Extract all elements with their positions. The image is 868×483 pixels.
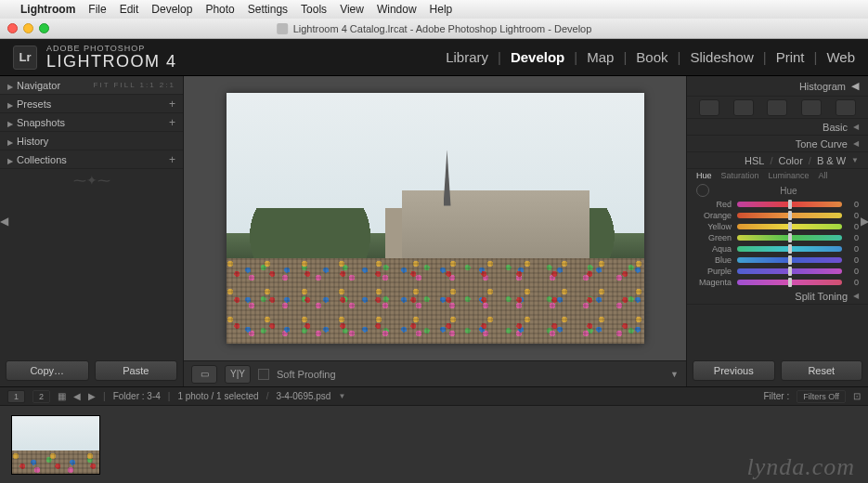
panel-navigator[interactable]: ▶Navigator FIT FILL 1:1 2:1 (0, 76, 183, 95)
panel-tone-curve[interactable]: Tone Curve◀ (687, 136, 868, 152)
menu-window[interactable]: Window (377, 3, 417, 16)
menu-photo[interactable]: Photo (205, 3, 234, 16)
loupe-view-button[interactable]: ▭ (191, 365, 217, 384)
slider-value: 0 (848, 244, 859, 254)
filmstrip-thumbnail[interactable] (11, 415, 100, 475)
left-panel-toggle[interactable]: ◀ (0, 214, 7, 228)
crop-tool[interactable] (699, 99, 719, 116)
hue-slider-blue[interactable]: Blue0 (687, 255, 868, 266)
hsl-tab-hue[interactable]: Hue (696, 171, 712, 180)
window-minimize-button[interactable] (23, 23, 33, 33)
reset-button[interactable]: Reset (781, 360, 863, 381)
slider-track[interactable] (737, 280, 842, 285)
window-close-button[interactable] (7, 23, 18, 33)
grid-icon[interactable]: ▦ (58, 391, 66, 401)
module-map[interactable]: Map (587, 49, 614, 65)
slider-track[interactable] (737, 246, 842, 252)
photo-preview[interactable] (227, 93, 644, 344)
toolbar-menu-icon[interactable]: ▼ (670, 370, 679, 379)
slider-thumb[interactable] (788, 244, 792, 254)
bw-label[interactable]: B & W (817, 155, 846, 166)
panel-navigator-label: Navigator (17, 80, 60, 91)
paste-button[interactable]: Paste (95, 360, 178, 381)
module-book[interactable]: Book (636, 49, 667, 65)
panel-histogram[interactable]: Histogram ◀ (687, 76, 868, 97)
snapshots-add-icon[interactable]: + (169, 116, 175, 129)
hue-slider-purple[interactable]: Purple0 (687, 266, 868, 277)
slider-label: Orange (696, 211, 732, 220)
graduated-filter-tool[interactable] (801, 99, 822, 116)
slider-thumb[interactable] (788, 233, 792, 242)
filter-lock-icon[interactable]: ⊡ (853, 391, 861, 401)
menu-edit[interactable]: Edit (120, 3, 139, 16)
module-web[interactable]: Web (826, 49, 855, 65)
hsl-label[interactable]: HSL (745, 155, 764, 166)
filter-dropdown[interactable]: Filters Off (797, 390, 846, 403)
photo-count: 1 photo / 1 selected (177, 391, 258, 401)
before-after-button[interactable]: Y|Y (225, 365, 251, 384)
spot-removal-tool[interactable] (733, 99, 754, 116)
menu-file[interactable]: File (88, 3, 106, 16)
navigator-zoom-settings[interactable]: FIT FILL 1:1 2:1 (94, 81, 175, 89)
menu-settings[interactable]: Settings (248, 3, 288, 16)
hsl-tab-saturation[interactable]: Saturation (721, 171, 759, 180)
menu-tools[interactable]: Tools (301, 3, 327, 16)
center-toolbar: ▭ Y|Y Soft Proofing ▼ (184, 360, 686, 386)
folder-path[interactable]: Folder : 3-4 (113, 391, 161, 401)
filmstrip[interactable] (0, 405, 868, 483)
slider-track[interactable] (737, 224, 842, 229)
slider-track[interactable] (737, 235, 842, 241)
menu-develop[interactable]: Develop (151, 3, 192, 16)
panel-hsl[interactable]: HSL / Color / B & W ▼ (687, 152, 868, 169)
nav-fwd-icon[interactable]: ▶ (88, 391, 96, 401)
hue-slider-magenta[interactable]: Magenta0 (687, 277, 868, 288)
copy-button[interactable]: Copy… (6, 360, 89, 381)
right-panel-toggle[interactable]: ▶ (861, 214, 868, 228)
slider-thumb[interactable] (788, 255, 792, 265)
panel-collections[interactable]: ▶Collections + (0, 150, 183, 169)
previous-button[interactable]: Previous (693, 360, 775, 381)
panel-basic[interactable]: Basic◀ (687, 119, 868, 136)
hue-slider-yellow[interactable]: Yellow0 (687, 221, 868, 232)
panel-split-toning[interactable]: Split Toning◀ (687, 288, 868, 305)
targeted-adjustment-tool[interactable] (696, 184, 709, 197)
module-print[interactable]: Print (776, 49, 805, 65)
module-develop[interactable]: Develop (511, 49, 564, 65)
hue-slider-orange[interactable]: Orange0 (687, 210, 868, 221)
collections-add-icon[interactable]: + (169, 153, 175, 166)
slider-thumb[interactable] (788, 267, 792, 276)
slider-thumb[interactable] (788, 211, 792, 220)
menu-help[interactable]: Help (430, 3, 453, 16)
window-zoom-button[interactable] (39, 23, 49, 33)
slider-track[interactable] (737, 268, 842, 274)
slider-track[interactable] (737, 213, 842, 218)
hsl-tab-luminance[interactable]: Luminance (769, 171, 810, 180)
nav-back-icon[interactable]: ◀ (73, 391, 81, 401)
panel-snapshots[interactable]: ▶Snapshots + (0, 113, 183, 132)
redeye-tool[interactable] (767, 99, 787, 116)
color-label[interactable]: Color (779, 155, 803, 166)
soft-proofing-checkbox[interactable] (258, 369, 269, 380)
slider-thumb[interactable] (788, 278, 792, 287)
presets-add-icon[interactable]: + (169, 98, 175, 111)
slider-thumb[interactable] (788, 200, 792, 209)
slider-track[interactable] (737, 257, 842, 263)
menu-view[interactable]: View (340, 3, 364, 16)
app-menu[interactable]: Lightroom (20, 3, 75, 16)
hue-slider-aqua[interactable]: Aqua0 (687, 243, 868, 255)
second-window-button[interactable]: 2 (32, 390, 50, 403)
panel-presets[interactable]: ▶Presets + (0, 95, 183, 113)
slider-value: 0 (848, 222, 859, 231)
panel-history[interactable]: ▶History (0, 132, 183, 150)
hue-slider-red[interactable]: Red0 (687, 199, 868, 210)
right-panel: Histogram ◀ Basic◀ Tone Curve◀ HSL / Col… (686, 76, 868, 386)
module-library[interactable]: Library (446, 49, 488, 65)
module-slideshow[interactable]: Slideshow (690, 49, 753, 65)
hsl-tab-all[interactable]: All (819, 171, 828, 180)
adjustment-brush-tool[interactable] (836, 99, 856, 116)
slider-thumb[interactable] (788, 222, 792, 231)
slider-track[interactable] (737, 202, 842, 207)
soft-proofing-label: Soft Proofing (277, 369, 336, 380)
main-window-button[interactable]: 1 (7, 390, 25, 403)
hue-slider-green[interactable]: Green0 (687, 232, 868, 243)
